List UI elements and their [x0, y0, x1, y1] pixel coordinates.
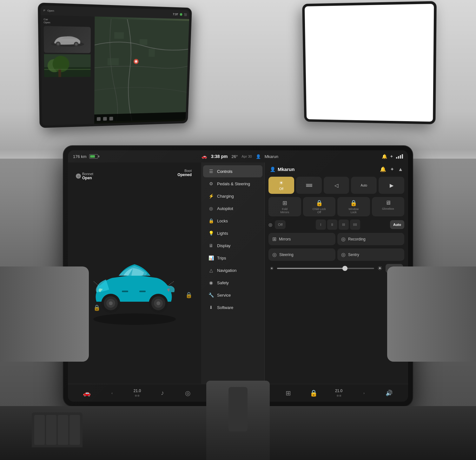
svg-rect-14: [149, 49, 155, 57]
menu-item-charging[interactable]: ⚡ Charging: [203, 190, 262, 202]
light-off-button[interactable]: ☀ Off: [268, 177, 294, 194]
menu-item-software[interactable]: ⬇ Software: [203, 301, 262, 313]
auto-lights-button[interactable]: Auto: [351, 177, 377, 194]
bonnet-value: Open: [82, 176, 93, 180]
nav-volume-button[interactable]: 🔊: [377, 388, 402, 398]
tb-phone-icon: [109, 117, 113, 121]
battery-indicator: [89, 154, 98, 159]
wiper-speed-3[interactable]: III: [339, 220, 349, 230]
nav-climate-left[interactable]: 21.0 ❄❄: [125, 387, 150, 399]
svg-text:🔒: 🔒: [93, 304, 101, 311]
menu-item-trips[interactable]: 📊 Trips: [203, 252, 262, 264]
nav-climate-right[interactable]: 21.0 ❄❄: [326, 387, 351, 399]
fold-mirrors-icon: ⊞: [282, 200, 287, 207]
autopilot-label: Autopilot: [217, 206, 233, 211]
temp-left-value: 21.0: [134, 389, 141, 393]
signal-bar-1: [396, 157, 397, 159]
temp-value: 26°: [232, 154, 238, 159]
nav-car-button[interactable]: 🚗: [74, 388, 99, 398]
bonnet-label: Bonnet: [82, 172, 93, 176]
svg-line-32: [168, 281, 174, 286]
low-beam-button[interactable]: ◁: [324, 177, 349, 194]
bonnet-indicator: ◎ Bonnet Open: [76, 172, 93, 180]
sentry-button[interactable]: ◎ Sentry: [337, 248, 404, 261]
tablet-front-device: [302, 1, 437, 124]
wiper-speed-2[interactable]: II: [327, 220, 337, 230]
gear-selector: [228, 387, 248, 431]
wiper-controls-row: ◎ Off I II III IIII Auto: [268, 220, 404, 230]
tablet-car-svg: [47, 30, 88, 49]
recording-button[interactable]: ◎ Recording: [337, 233, 404, 245]
parking-lights-button[interactable]: ≡≡: [296, 177, 322, 194]
brightness-controls-row: ☀ ☀ Auto: [268, 264, 404, 273]
wiper-off-label: Off: [278, 223, 282, 227]
menu-item-pedals[interactable]: ⚙ Pedals & Steering: [203, 178, 262, 190]
nav-left-arrow: ‹: [111, 391, 113, 395]
menu-item-display[interactable]: 🖥 Display: [203, 240, 262, 252]
fold-mirrors-button[interactable]: ⊞ FoldMirrors: [268, 197, 301, 216]
steering-controls-row: ◎ Steering ◎ Sentry: [268, 248, 404, 261]
software-label: Software: [217, 305, 233, 310]
steering-button[interactable]: ◎ Steering: [268, 248, 335, 261]
car-3d-visualization: 🔒 🔒: [77, 238, 192, 327]
navigation-icon: △: [208, 267, 214, 273]
wiper-auto-button[interactable]: Auto: [390, 220, 404, 229]
tablet-active-dot: [180, 13, 182, 16]
recording-icon: ◎: [341, 236, 346, 242]
tb-open-label: Open: [47, 9, 54, 12]
steering-label: Steering: [279, 253, 294, 257]
nav-media-button[interactable]: ♪: [150, 388, 175, 398]
menu-item-autopilot[interactable]: ◎ Autopilot: [203, 202, 262, 214]
product-display-area: P Open 7:37 ⬛ Car Open: [0, 0, 476, 159]
glovebox-button[interactable]: 🖥 Glovebox: [372, 197, 405, 216]
tb-p-label: P: [43, 9, 45, 12]
tablet-back-device: P Open 7:37 ⬛ Car Open: [38, 3, 192, 128]
tesla-screen-container: 176 km 🚗 3:38 pm 26° Apr 30 👤 Mkarun: [63, 146, 413, 406]
window-lock-icon: 🔒: [350, 200, 357, 207]
fan-left-icon: ❄❄: [135, 394, 140, 398]
mirrors-button[interactable]: ⊞ Mirrors: [268, 233, 335, 245]
high-beam-button[interactable]: ▶: [379, 177, 404, 194]
brightness-handle[interactable]: [342, 266, 347, 271]
bonnet-label-group: Bonnet Open: [82, 172, 93, 180]
menu-item-lights[interactable]: 💡 Lights: [203, 227, 262, 239]
svg-rect-13: [140, 39, 148, 45]
boot-label: Boot: [177, 169, 192, 173]
wiper-speed-1[interactable]: I: [316, 220, 326, 230]
temp-right-value: 21.0: [335, 389, 342, 393]
trips-label: Trips: [217, 256, 226, 260]
controls-header-icons: 🔔 ✦ ▲: [380, 166, 403, 172]
current-time: 3:38 pm: [211, 154, 228, 159]
tablet-battery: ⬛: [184, 13, 187, 16]
safety-label: Safety: [217, 280, 229, 285]
controls-icon: ☰: [208, 168, 214, 174]
menu-item-service[interactable]: 🔧 Service: [203, 289, 262, 301]
child-lock-button[interactable]: 🔒 Child LockOff: [303, 197, 336, 216]
nav-steering-button[interactable]: ◎: [175, 388, 200, 398]
glovebox-label: Glovebox: [382, 207, 394, 210]
pedal-ridge-4: [69, 415, 80, 445]
tablet-left-panel: Car Open: [41, 15, 95, 125]
menu-item-safety[interactable]: ◉ Safety: [203, 277, 262, 289]
window-lock-button[interactable]: 🔒 WindowLock: [337, 197, 370, 216]
menu-item-controls[interactable]: ☰ Controls: [203, 165, 262, 177]
nav-steering-icon: ◎: [185, 389, 190, 397]
locks-icon: 🔒: [208, 218, 214, 224]
tablet-car-label: Car Open: [43, 18, 92, 25]
wiper-speed-4[interactable]: IIII: [350, 220, 360, 230]
wiper-off-button[interactable]: Off: [275, 220, 286, 229]
tablet-bottom-bar: [94, 112, 186, 124]
nature-svg: [44, 54, 91, 77]
charging-label: Charging: [217, 194, 234, 199]
tb-nav-icon: [97, 117, 101, 121]
signal-bar-2: [398, 156, 399, 159]
nav-lock-button[interactable]: 🔒: [301, 388, 326, 398]
boot-value: Opened: [177, 173, 192, 177]
nav-grid-button[interactable]: ⊞: [276, 388, 301, 398]
brightness-slider[interactable]: [277, 268, 374, 269]
menu-item-navigation[interactable]: △ Navigation: [203, 264, 262, 276]
header-signal-icon: ▲: [398, 167, 403, 172]
nav-grid-icon: ⊞: [286, 389, 291, 397]
display-icon: 🖥: [208, 243, 214, 248]
menu-item-locks[interactable]: 🔒 Locks: [203, 215, 262, 227]
